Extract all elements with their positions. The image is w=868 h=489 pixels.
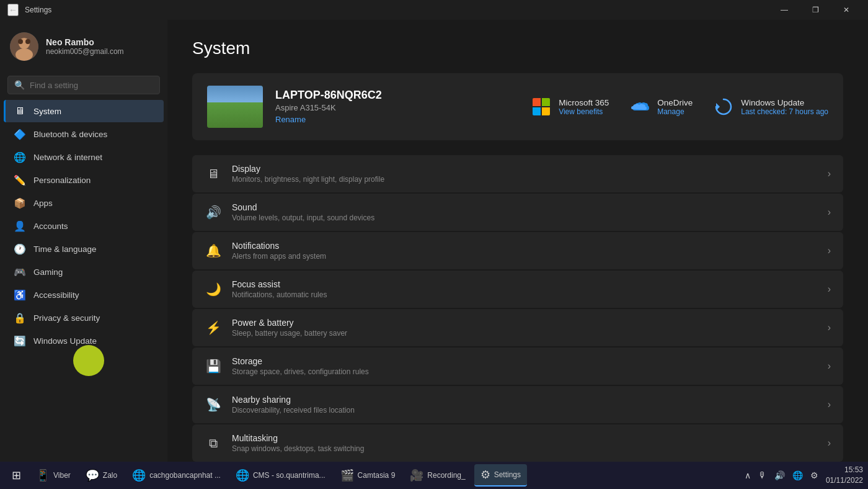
user-email: neokim005@gmail.com [46, 47, 124, 56]
settings-item-focus[interactable]: 🌙 Focus assist Notifications, automatic … [192, 271, 843, 308]
nav-icon-windows-update: 🔄 [14, 334, 26, 347]
service-ms365[interactable]: Microsoft 365 View benefits [530, 96, 609, 118]
tray-network[interactable]: 🌐 [790, 468, 805, 483]
settings-item-display[interactable]: 🖥 Display Monitors, brightness, night li… [192, 155, 843, 192]
ground-layer [207, 102, 263, 128]
clock-time: 15:53 [826, 465, 863, 475]
settings-list: 🖥 Display Monitors, brightness, night li… [192, 155, 843, 462]
settings-title-display: Display [232, 164, 818, 174]
onedrive-icon [629, 96, 651, 118]
settings-icon-power: ⚡ [205, 319, 222, 336]
taskbar-app-recording[interactable]: 🎥 Recording_ [404, 464, 471, 487]
sidebar-item-system[interactable]: 🖥 System [4, 100, 164, 122]
user-info: Neo Rambo neokim005@gmail.com [46, 37, 124, 56]
restore-button[interactable]: ❐ [801, 0, 830, 20]
taskbar-app-chrome2[interactable]: 🌐 CMS - so.quantrima... [229, 464, 332, 487]
settings-text-sound: Sound Volume levels, output, input, soun… [232, 202, 818, 222]
start-button[interactable]: ⊞ [5, 464, 27, 487]
settings-icon-display: 🖥 [205, 165, 222, 182]
taskbar-app-settings[interactable]: ⚙ Settings [474, 464, 527, 487]
settings-icon-nearby: 📡 [205, 396, 222, 413]
onedrive-sub[interactable]: Manage [657, 107, 693, 116]
sidebar-item-windows-update[interactable]: 🔄 Windows Update [4, 330, 164, 352]
ms365-sub[interactable]: View benefits [559, 107, 609, 116]
service-windows-update[interactable]: Windows Update Last checked: 7 hours ago [712, 96, 828, 118]
system-tray: ∧ 🎙 🔊 🌐 ⚙ [742, 468, 821, 483]
minimize-button[interactable]: — [770, 0, 799, 20]
avatar [10, 32, 38, 61]
settings-item-multitasking[interactable]: ⧉ Multitasking Snap windows, desktops, t… [192, 424, 843, 462]
settings-item-sound[interactable]: 🔊 Sound Volume levels, output, input, so… [192, 194, 843, 231]
taskbar-app-viber[interactable]: 📱 Viber [30, 464, 77, 487]
tray-volume[interactable]: 🔊 [772, 468, 787, 483]
nav-label-privacy: Privacy & security [33, 313, 100, 323]
taskbar-icon-viber: 📱 [36, 469, 50, 482]
ms365-icon [530, 96, 552, 118]
chevron-icon-display: › [828, 168, 831, 179]
settings-item-power[interactable]: ⚡ Power & battery Sleep, battery usage, … [192, 309, 843, 346]
clock-date: 01/11/2022 [826, 475, 863, 486]
sidebar-item-personalization[interactable]: ✏️ Personalization [4, 169, 164, 191]
sidebar-item-gaming[interactable]: 🎮 Gaming [4, 261, 164, 283]
settings-subtitle-notifications: Alerts from apps and system [232, 252, 818, 261]
sidebar-item-accessibility[interactable]: ♿ Accessibility [4, 284, 164, 306]
settings-icon-notifications: 🔔 [205, 242, 222, 259]
taskbar-icon-settings: ⚙ [480, 468, 490, 482]
user-profile[interactable]: Neo Rambo neokim005@gmail.com [0, 25, 167, 68]
settings-item-nearby[interactable]: 📡 Nearby sharing Discoverability, receiv… [192, 386, 843, 423]
wu-sub: Last checked: 7 hours ago [741, 107, 828, 116]
settings-item-storage[interactable]: 💾 Storage Storage space, drives, configu… [192, 348, 843, 385]
nav-label-time: Time & language [33, 244, 97, 254]
tray-gear[interactable]: ⚙ [808, 468, 821, 483]
settings-text-storage: Storage Storage space, drives, configura… [232, 356, 818, 376]
chevron-icon-power: › [828, 322, 831, 333]
nav-label-personalization: Personalization [33, 176, 91, 185]
back-button[interactable]: ← [7, 4, 19, 16]
taskbar-app-zalo[interactable]: 💬 Zalo [79, 464, 123, 487]
sidebar-item-accounts[interactable]: 👤 Accounts [4, 215, 164, 237]
rename-link[interactable]: Rename [275, 115, 306, 124]
settings-text-multitasking: Multitasking Snap windows, desktops, tas… [232, 433, 818, 453]
search-input[interactable] [30, 81, 153, 90]
tray-mic[interactable]: 🎙 [756, 468, 769, 483]
sidebar-item-privacy[interactable]: 🔒 Privacy & security [4, 307, 164, 329]
sky-layer [207, 86, 263, 102]
settings-subtitle-storage: Storage space, drives, configuration rul… [232, 367, 818, 376]
tray-chevron[interactable]: ∧ [742, 468, 753, 483]
nav-icon-personalization: ✏️ [14, 174, 26, 186]
sidebar-item-bluetooth[interactable]: 🔷 Bluetooth & devices [4, 123, 164, 145]
service-onedrive[interactable]: OneDrive Manage [629, 96, 693, 118]
taskbar-app-camtasia[interactable]: 🎬 Camtasia 9 [334, 464, 402, 487]
sidebar-item-apps[interactable]: 📦 Apps [4, 192, 164, 214]
taskbar-app-chrome1[interactable]: 🌐 cachgobancapnhat ... [126, 464, 227, 487]
settings-text-focus: Focus assist Notifications, automatic ru… [232, 279, 818, 299]
sidebar-nav: 🖥 System 🔷 Bluetooth & devices 🌐 Network… [0, 99, 167, 352]
nav-icon-accounts: 👤 [14, 220, 26, 232]
nav-icon-network: 🌐 [14, 151, 26, 163]
taskbar-icon-chrome1: 🌐 [132, 469, 146, 482]
search-box[interactable]: 🔍 [7, 76, 160, 94]
svg-marker-5 [716, 103, 720, 110]
settings-title-nearby: Nearby sharing [232, 395, 818, 405]
settings-item-notifications[interactable]: 🔔 Notifications Alerts from apps and sys… [192, 232, 843, 269]
title-bar: ← Settings — ❐ ✕ [0, 0, 868, 20]
chevron-icon-nearby: › [828, 399, 831, 410]
sidebar-item-time[interactable]: 🕐 Time & language [4, 238, 164, 260]
device-card: LAPTOP-86NQR6C2 Aspire A315-54K Rename [192, 73, 843, 140]
window-controls: — ❐ ✕ [770, 0, 861, 20]
settings-subtitle-focus: Notifications, automatic rules [232, 290, 818, 299]
svg-point-3 [18, 39, 23, 44]
nav-icon-bluetooth: 🔷 [14, 128, 26, 140]
sidebar-item-network[interactable]: 🌐 Network & internet [4, 146, 164, 168]
nav-label-system: System [33, 107, 61, 116]
close-button[interactable]: ✕ [832, 0, 861, 20]
device-hostname: LAPTOP-86NQR6C2 [275, 89, 382, 102]
device-name-block: LAPTOP-86NQR6C2 Aspire A315-54K Rename [275, 89, 382, 125]
device-services: Microsoft 365 View benefits OneDrive Man… [530, 96, 828, 118]
settings-title-power: Power & battery [232, 318, 818, 328]
nav-label-windows-update: Windows Update [33, 336, 97, 346]
settings-icon-focus: 🌙 [205, 280, 222, 298]
settings-title-storage: Storage [232, 356, 818, 366]
sidebar: Neo Rambo neokim005@gmail.com 🔍 🖥 System… [0, 20, 167, 462]
settings-text-display: Display Monitors, brightness, night ligh… [232, 164, 818, 184]
